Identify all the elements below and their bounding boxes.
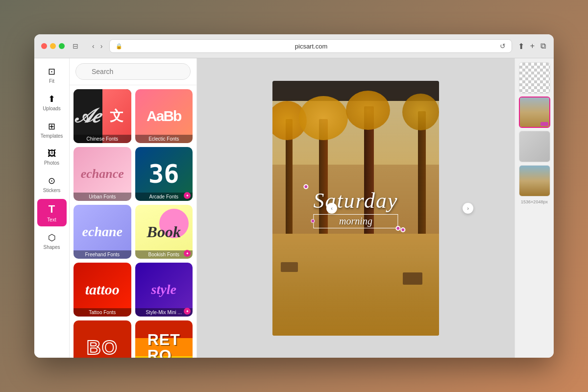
close-button[interactable] bbox=[41, 43, 47, 49]
browser-actions: ⬆ + ⧉ bbox=[517, 41, 547, 52]
traffic-lights bbox=[41, 43, 65, 49]
font-card-chinese[interactable]: 𝒜𝑒 文 Chinese Fonts bbox=[74, 89, 131, 143]
panel-collapse-arrow[interactable]: ‹ bbox=[326, 203, 337, 214]
duplicate-button[interactable]: ⧉ bbox=[539, 41, 547, 51]
new-tab-button[interactable]: + bbox=[529, 41, 536, 51]
search-bar: 🔍 bbox=[70, 58, 196, 85]
stickers-icon: ⊙ bbox=[48, 175, 55, 186]
sidebar-item-templates[interactable]: ⊞ Templates bbox=[37, 117, 67, 143]
canvas-area: ‹ bbox=[197, 58, 514, 358]
thumbnail-blank[interactable] bbox=[519, 62, 550, 94]
canvas-size-label: 1536×2048px bbox=[521, 199, 548, 204]
sidebar-item-shapes[interactable]: ⬡ Shapes bbox=[37, 228, 67, 254]
maximize-button[interactable] bbox=[59, 43, 65, 49]
font-card-retro[interactable]: RETRO bbox=[135, 320, 193, 358]
font-card-tattoo[interactable]: tattoo Tattoo Fonts bbox=[74, 263, 131, 317]
font-card-arcade[interactable]: 36 Arcade Fonts ✦ bbox=[135, 147, 193, 201]
sidebar-toggle-button[interactable]: ⊟ bbox=[70, 41, 81, 51]
photos-icon: 🖼 bbox=[48, 148, 56, 159]
morning-text: morning bbox=[339, 216, 372, 227]
font-card-badge-arcade: ✦ bbox=[184, 192, 191, 199]
browser-nav: ‹ › bbox=[90, 41, 104, 51]
browser-window: ⊟ ‹ › 🔒 picsart.com ↺ ⬆ + ⧉ ⊡ Fit ⬆ Uplo… bbox=[34, 34, 554, 358]
canvas-image: Saturday morning bbox=[272, 81, 439, 336]
font-card-badge-bookish: ✦ bbox=[184, 250, 191, 257]
sidebar-item-uploads[interactable]: ⬆ Uploads bbox=[37, 90, 67, 115]
tool-sidebar: ⊡ Fit ⬆ Uploads ⊞ Templates 🖼 Photos ⊙ S… bbox=[34, 58, 70, 358]
sidebar-item-photos[interactable]: 🖼 Photos bbox=[37, 145, 67, 170]
font-card-urban[interactable]: echance Urban Fonts bbox=[74, 147, 131, 201]
font-card-label-chinese: Chinese Fonts bbox=[74, 135, 131, 143]
thumbnail-photo[interactable] bbox=[519, 165, 550, 196]
checker-pattern bbox=[519, 63, 550, 93]
minimize-button[interactable] bbox=[50, 43, 56, 49]
browser-chrome: ⊟ ‹ › 🔒 picsart.com ↺ ⬆ + ⧉ bbox=[34, 34, 554, 58]
sidebar-item-text[interactable]: T Text bbox=[37, 199, 67, 226]
font-grid: 𝒜𝑒 文 Chinese Fonts AaBb Eclectic Fonts bbox=[70, 85, 196, 358]
search-input[interactable] bbox=[75, 63, 191, 80]
sidebar-item-fit[interactable]: ⊡ Fit bbox=[37, 62, 67, 88]
sidebar-item-stickers[interactable]: ⊙ Stickers bbox=[37, 172, 67, 197]
font-card-label-urban: Urban Fonts bbox=[74, 193, 131, 201]
font-card-eclectic[interactable]: AaBb Eclectic Fonts bbox=[135, 89, 193, 143]
font-card-bookish[interactable]: Book Bookish Fonts ✦ bbox=[135, 205, 193, 259]
url-text: picsart.com bbox=[125, 43, 496, 50]
browser-content: ⊡ Fit ⬆ Uploads ⊞ Templates 🖼 Photos ⊙ S… bbox=[34, 58, 554, 358]
font-card-badge-style-mix: ✦ bbox=[184, 308, 191, 315]
uploads-icon: ⬆ bbox=[48, 94, 55, 104]
font-panel: 🔍 𝒜𝑒 文 Chinese Fonts bbox=[70, 58, 197, 358]
thumbnail-canvas[interactable] bbox=[519, 97, 550, 128]
fit-icon: ⊡ bbox=[48, 66, 55, 77]
lock-icon: 🔒 bbox=[116, 43, 122, 49]
shapes-icon: ⬡ bbox=[48, 232, 56, 243]
canvas-wrapper: Saturday morning bbox=[272, 81, 439, 336]
address-bar[interactable]: 🔒 picsart.com ↺ bbox=[109, 39, 512, 53]
share-button[interactable]: ⬆ bbox=[517, 41, 525, 52]
font-card-label-tattoo: Tattoo Fonts bbox=[74, 308, 131, 317]
reload-button[interactable]: ↺ bbox=[500, 42, 506, 50]
font-card-style-mix[interactable]: style Style-Mix Mini ... ✦ bbox=[135, 263, 193, 317]
thumbnail-panel: 1536×2048px bbox=[514, 58, 554, 358]
font-card-freehand[interactable]: echane Freehand Fonts bbox=[74, 205, 131, 259]
templates-icon: ⊞ bbox=[48, 121, 55, 132]
font-card-label-eclectic: Eclectic Fonts bbox=[135, 135, 193, 143]
text-icon: T bbox=[49, 203, 55, 216]
thumbnail-placeholder[interactable] bbox=[519, 131, 550, 162]
panel-expand-arrow[interactable]: › bbox=[463, 203, 473, 214]
font-card-bo[interactable]: BO bbox=[74, 320, 131, 358]
forward-button[interactable]: › bbox=[98, 41, 105, 51]
back-button[interactable]: ‹ bbox=[90, 41, 97, 51]
font-card-label-freehand: Freehand Fonts bbox=[74, 250, 131, 259]
search-wrapper: 🔍 bbox=[75, 63, 191, 80]
